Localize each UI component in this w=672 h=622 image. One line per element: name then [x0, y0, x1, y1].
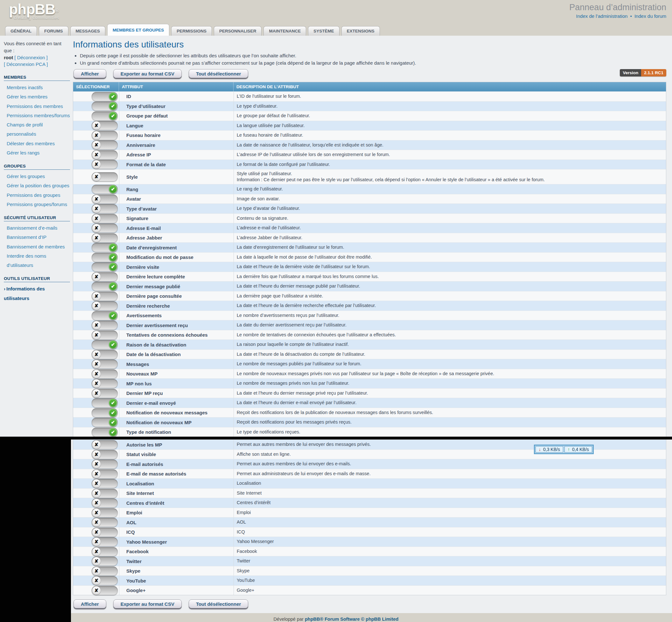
link-admin-index[interactable]: Index de l’administration [576, 13, 628, 19]
attribute-toggle-off[interactable]: ✘ [91, 234, 118, 242]
attribute-toggle-off[interactable]: ✘ [91, 537, 118, 546]
attribute-toggle-off[interactable]: ✘ [91, 272, 118, 281]
tab-membres-et-groupes[interactable]: MEMBRES ET GROUPES [107, 24, 169, 36]
attribute-toggle-off[interactable]: ✘ [91, 195, 118, 204]
sidebar-item[interactable]: Gérer la position des groupes [4, 181, 70, 190]
tab-maintenance[interactable]: MAINTENANCE [263, 26, 306, 36]
attribute-toggle-off[interactable]: ✘ [91, 331, 118, 340]
attribute-toggle-off[interactable]: ✘ [91, 292, 118, 301]
attribute-toggle-off[interactable]: ✘ [91, 121, 118, 130]
attribute-toggle-off[interactable]: ✘ [91, 389, 118, 398]
sidebar-item[interactable]: Permissions groupes/forums [4, 200, 70, 209]
attribute-toggle-off[interactable]: ✘ [91, 489, 118, 498]
attribute-toggle-off[interactable]: ✘ [91, 547, 118, 556]
afficher-button[interactable]: Afficher [74, 69, 106, 78]
tab-forums[interactable]: FORUMS [39, 26, 68, 36]
sidebar-item[interactable]: Permissions des groupes [4, 191, 70, 200]
phpbb-link[interactable]: phpBB® Forum Software © phpBB Limited [305, 617, 398, 622]
table-row: ✔Date d’enregistrementLa date d’enregist… [73, 242, 666, 252]
attribute-toggle-off[interactable]: ✘ [91, 370, 118, 378]
sidebar-item[interactable]: Gérer les rangs [4, 148, 70, 157]
attribute-toggle-on[interactable]: ✔ [91, 92, 118, 101]
deselect-all-button[interactable]: Tout désélectionner [189, 599, 248, 608]
afficher-button[interactable]: Afficher [74, 599, 106, 608]
sidebar-item[interactable]: Bannissement de membres [4, 242, 70, 251]
tab-messages[interactable]: MESSAGES [70, 26, 106, 36]
attribute-toggle-on[interactable]: ✔ [91, 282, 118, 291]
attribute-toggle-off[interactable]: ✘ [91, 204, 118, 213]
attribute-toggle-off[interactable]: ✘ [91, 528, 118, 537]
table-row: ✘EmploiEmploi [73, 508, 666, 518]
sidebar-item[interactable]: Membres inactifs [4, 83, 70, 92]
attribute-toggle-off[interactable]: ✘ [91, 479, 118, 488]
tab-extensions[interactable]: EXTENSIONS [341, 26, 380, 36]
sidebar-item[interactable]: ›Informations des utilisateurs [4, 284, 70, 303]
attribute-toggle-off[interactable]: ✘ [91, 223, 118, 233]
attribute-toggle-off[interactable]: ✘ [91, 566, 118, 576]
attribute-toggle-off[interactable]: ✘ [91, 214, 118, 223]
tab-permissions[interactable]: PERMISSIONS [171, 26, 212, 36]
attribute-description: Image de son avatar. [237, 196, 663, 202]
attribute-toggle-off[interactable]: ✘ [91, 140, 118, 149]
attribute-label: Date d’enregistrement [119, 243, 233, 252]
sidebar-item[interactable]: Interdire des noms d’utilisateurs [4, 251, 70, 270]
attribute-label: Dernière visite [119, 262, 233, 272]
attribute-toggle-on[interactable]: ✔ [91, 399, 118, 407]
attribute-toggle-on[interactable]: ✔ [91, 311, 118, 320]
attribute-description: Le type d’avatar de l’utilisateur. [237, 205, 663, 211]
attribute-toggle-off[interactable]: ✘ [91, 160, 118, 169]
attribute-toggle-off[interactable]: ✘ [91, 150, 118, 159]
attribute-toggle-on[interactable]: ✔ [91, 418, 118, 427]
attribute-toggle-off[interactable]: ✘ [91, 359, 118, 369]
attribute-description: L’adresse e-mail de l’utilisateur. [237, 225, 663, 231]
attribute-toggle-off[interactable]: ✘ [91, 508, 118, 517]
attribute-toggle-off[interactable]: ✘ [91, 586, 118, 595]
attribute-toggle-off[interactable]: ✘ [91, 498, 118, 507]
sidebar-item[interactable]: Champs de profil personnalisés [4, 120, 70, 139]
attribute-toggle-on[interactable]: ✔ [91, 185, 118, 194]
attribute-toggle-on[interactable]: ✔ [91, 253, 118, 262]
sidebar-item[interactable]: Permissions des membres [4, 102, 70, 111]
attribute-toggle-on[interactable]: ✔ [91, 428, 118, 437]
attribute-toggle-off[interactable]: ✘ [91, 321, 118, 330]
sidebar-item[interactable]: Bannissement d’e-mails [4, 223, 70, 233]
export-csv-button[interactable]: Exporter au format CSV [113, 599, 182, 608]
attribute-toggle-off[interactable]: ✘ [91, 450, 118, 459]
attribute-toggle-on[interactable]: ✔ [91, 340, 118, 349]
attribute-toggle-off[interactable]: ✘ [91, 301, 118, 310]
attribute-toggle-off[interactable]: ✘ [91, 172, 118, 181]
tab-personnaliser[interactable]: PERSONNALISER [214, 26, 262, 36]
cross-icon: ✘ [92, 379, 101, 388]
link-forum-index[interactable]: Index du forum [634, 13, 666, 19]
attribute-toggle-on[interactable]: ✔ [91, 408, 118, 417]
sidebar-item[interactable]: Délester des membres [4, 139, 70, 148]
attribute-toggle-off[interactable]: ✘ [91, 440, 118, 449]
sidebar-item[interactable]: Gérer les groupes [4, 172, 70, 181]
attribute-toggle-on[interactable]: ✔ [91, 111, 118, 120]
attribute-toggle-on[interactable]: ✔ [91, 263, 118, 271]
sidebar-item[interactable]: Bannissement d’IP [4, 233, 70, 242]
attribute-toggle-off[interactable]: ✘ [91, 379, 118, 388]
export-csv-button[interactable]: Exporter au format CSV [113, 69, 182, 78]
attribute-toggle-off[interactable]: ✘ [91, 557, 118, 566]
attribute-toggle-off[interactable]: ✘ [91, 131, 118, 140]
table-row: ✘FacebookFacebook [73, 547, 666, 556]
attribute-label: Autorise les MP [119, 440, 233, 449]
logout-pca-link[interactable]: [ Déconnexion PCA ] [4, 62, 48, 67]
sidebar-item[interactable]: Gérer les membres [4, 92, 70, 101]
sidebar-item[interactable]: Permissions membres/forums [4, 111, 70, 120]
attribute-description: Le type de notifications reçues. [237, 429, 663, 435]
tab-syst-me[interactable]: SYSTÈME [308, 26, 339, 36]
attribute-toggle-off[interactable]: ✘ [91, 350, 118, 359]
deselect-all-button[interactable]: Tout désélectionner [189, 69, 248, 78]
attribute-toggle-on[interactable]: ✔ [91, 102, 118, 110]
table-row: ✘Dernière page consultéeLa dernière page… [73, 291, 666, 301]
logout-link[interactable]: [ Déconnexion ] [14, 55, 47, 60]
attribute-toggle-off[interactable]: ✘ [91, 470, 118, 478]
attribute-toggle-on[interactable]: ✔ [91, 243, 118, 252]
attribute-toggle-off[interactable]: ✘ [91, 459, 118, 469]
attribute-toggle-off[interactable]: ✘ [91, 518, 118, 527]
tab-g-n-ral[interactable]: GÉNÉRAL [5, 26, 37, 36]
attribute-toggle-off[interactable]: ✘ [91, 576, 118, 585]
attribute-label: Langue [119, 121, 233, 131]
